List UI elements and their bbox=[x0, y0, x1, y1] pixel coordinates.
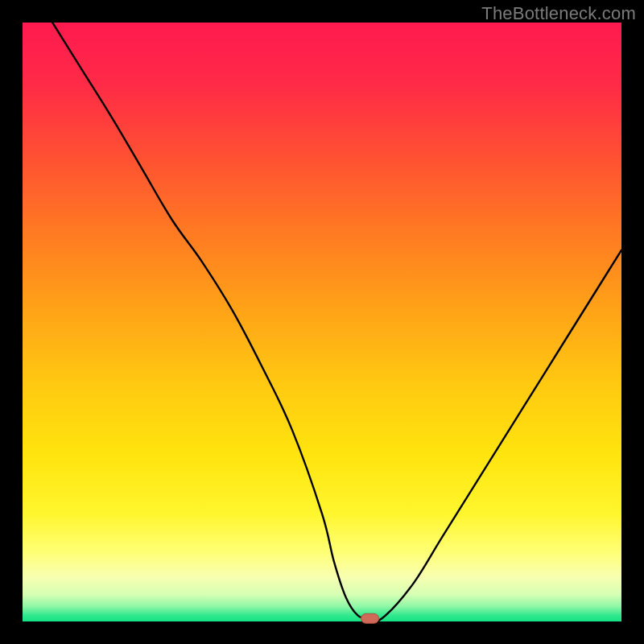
chart-stage: TheBottleneck.com bbox=[0, 0, 644, 644]
optimal-point-marker bbox=[361, 613, 379, 623]
bottleneck-chart bbox=[0, 0, 644, 644]
plot-background bbox=[23, 23, 621, 621]
